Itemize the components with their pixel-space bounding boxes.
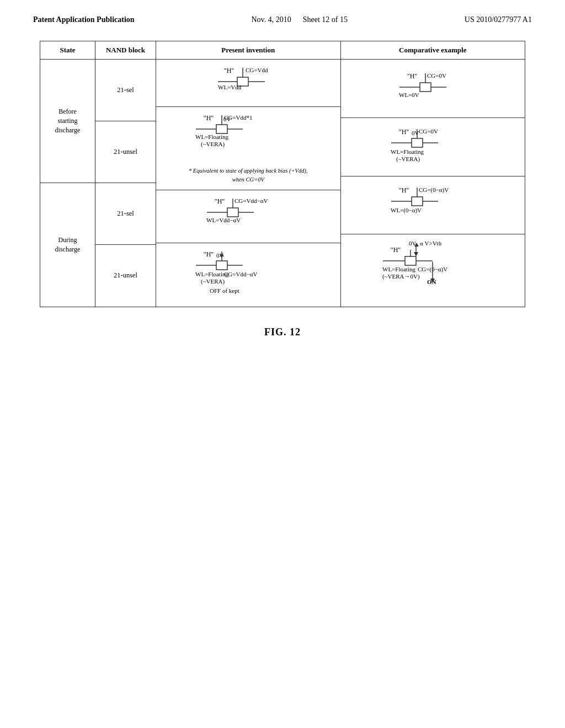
svg-text:(~VERA): (~VERA) [396, 156, 420, 163]
transistor-diagram-c4: 0V α V>Vth "H" [380, 240, 485, 301]
comparative-cell-4: 0V α V>Vth "H" [341, 234, 525, 306]
sheet-number: Sheet 12 of 15 [303, 15, 348, 24]
transistor-diagram-p4: "H" 0V WL=Floating (~VERA) CG=Vdd−αV OFF [193, 249, 303, 301]
nand-cell-3: 21-sel [95, 183, 156, 245]
svg-text:"H": "H" [399, 128, 409, 136]
svg-text:CG=Vdd−αV: CG=Vdd−αV [234, 197, 268, 204]
present-cell-1: "H" WL=Vdd CG=Vdd [156, 60, 340, 107]
svg-text:CG=0V: CG=0V [427, 72, 446, 79]
svg-text:CG=0V: CG=0V [419, 128, 438, 135]
svg-rect-25 [216, 261, 227, 270]
main-content: State NAND block Present invention Compa… [0, 30, 565, 307]
svg-text:(~VERA): (~VERA) [201, 278, 225, 285]
state-column: Beforestartingdischarge Duringdischarge [40, 60, 95, 307]
svg-text:α V>Vth: α V>Vth [420, 240, 442, 247]
nand-cell-2: 21-unsel [95, 121, 156, 183]
page-header: Patent Application Publication Nov. 4, 2… [0, 0, 565, 30]
svg-text:"H": "H" [215, 197, 225, 205]
col-header-nand: NAND block [95, 41, 156, 59]
present-cell-3: "H" WL=Vdd−αV CG=Vdd−αV [156, 190, 340, 243]
table-body: Beforestartingdischarge Duringdischarge … [40, 60, 525, 307]
transistor-diagram-c3: "H" WL=(0−α)V CG=(0−α)V [388, 185, 477, 226]
transistor-diagram-p1: "H" WL=Vdd CG=Vdd [215, 65, 281, 101]
svg-text:"H": "H" [399, 186, 409, 194]
svg-text:WL=Vdd: WL=Vdd [218, 84, 242, 90]
svg-rect-18 [227, 208, 238, 217]
svg-text:CG=(0−α)V: CG=(0−α)V [419, 186, 449, 194]
svg-marker-61 [414, 252, 418, 256]
svg-text:WL=(0−α)V: WL=(0−α)V [391, 207, 422, 214]
present-column: "H" WL=Vdd CG=Vdd [156, 60, 341, 307]
comparative-column: "H" WL=0V CG=0V "H" [341, 60, 525, 307]
svg-rect-36 [420, 83, 431, 92]
comparative-cell-1: "H" WL=0V CG=0V [341, 60, 525, 118]
state-before: Beforestartingdischarge [40, 60, 95, 183]
col-header-comparative: Comparative example [341, 41, 525, 59]
nand-column: 21-sel 21-unsel 21-sel 21-unsel [95, 60, 156, 307]
col-header-present: Present invention [156, 41, 341, 59]
svg-text:"H": "H" [391, 246, 401, 254]
svg-text:WL=0V: WL=0V [399, 92, 419, 98]
svg-text:WL=Vdd−αV: WL=Vdd−αV [206, 217, 241, 223]
patent-number: US 2010/0277977 A1 [465, 15, 532, 24]
table-header-row: State NAND block Present invention Compa… [40, 41, 525, 60]
nand-cell-4: 21-unsel [95, 245, 156, 306]
svg-text:(~VERA→0V): (~VERA→0V) [382, 273, 420, 280]
svg-rect-64 [405, 256, 416, 265]
svg-rect-9 [216, 125, 227, 133]
svg-text:WL=Floating: WL=Floating [391, 148, 424, 155]
comparative-cell-2: "H" 0V WL=Floating (~VERA) CG=0V [341, 118, 525, 176]
present-cell-2: "H" 0V WL=Floating [156, 107, 340, 190]
svg-text:"H": "H" [204, 250, 214, 258]
transistor-diagram-c1: "H" WL=0V CG=0V [397, 71, 468, 106]
svg-text:CG=Vdd−αV: CG=Vdd−αV [224, 271, 257, 277]
svg-text:"H": "H" [407, 72, 418, 80]
nand-cell-1: 21-sel [95, 60, 156, 121]
date-sheet: Nov. 4, 2010 Sheet 12 of 15 [251, 15, 347, 24]
present-cell-4: "H" 0V WL=Floating (~VERA) CG=Vdd−αV OFF [156, 243, 340, 307]
svg-text:"H": "H" [204, 114, 214, 122]
svg-text:"H": "H" [224, 67, 234, 74]
note-text: * Equivalent to state of applying back b… [189, 167, 308, 184]
svg-text:(~VERA): (~VERA) [201, 141, 225, 148]
state-during: Duringdischarge [40, 183, 95, 306]
publication-label: Patent Application Publication [33, 15, 135, 24]
svg-text:CG=Vdd*1: CG=Vdd*1 [224, 114, 252, 121]
figure-label: FIG. 12 [264, 326, 301, 338]
svg-text:WL=Floating: WL=Floating [195, 133, 228, 140]
col-header-state: State [40, 41, 95, 59]
svg-text:OFF of kept: OFF of kept [210, 287, 239, 294]
comparative-cell-3: "H" WL=(0−α)V CG=(0−α)V [341, 176, 525, 235]
figure-label-area: FIG. 12 [0, 326, 565, 338]
svg-text:0V: 0V [412, 130, 419, 136]
date: Nov. 4, 2010 [251, 15, 291, 24]
svg-rect-52 [412, 197, 423, 206]
transistor-diagram-p2: "H" 0V WL=Floating [193, 113, 303, 162]
transistor-diagram-p3: "H" WL=Vdd−αV CG=Vdd−αV [204, 196, 292, 237]
transistor-diagram-c2: "H" 0V WL=Floating (~VERA) CG=0V [388, 126, 477, 168]
svg-text:CG=Vdd: CG=Vdd [246, 67, 268, 73]
svg-text:WL=Floating: WL=Floating [382, 266, 415, 272]
svg-rect-43 [412, 138, 423, 147]
comparison-table: State NAND block Present invention Compa… [40, 41, 525, 307]
